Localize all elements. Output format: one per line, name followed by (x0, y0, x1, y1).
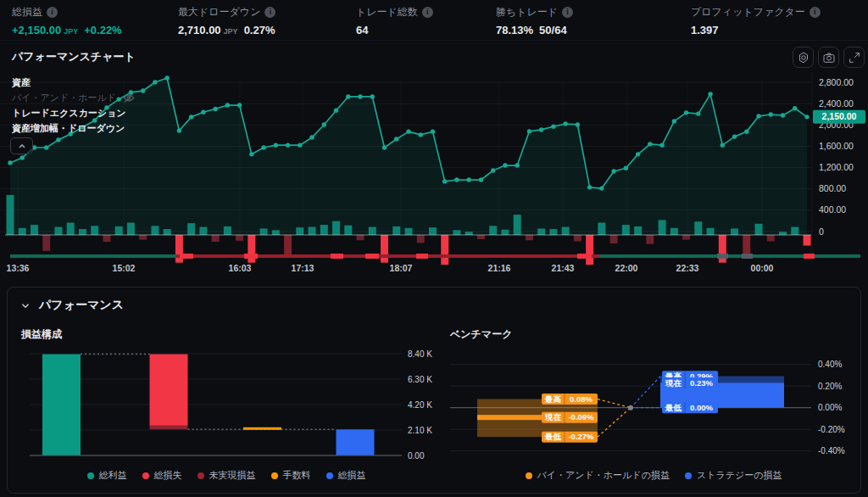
series-label: バイ・アンド・ホールド (12, 92, 116, 104)
legend-item[interactable]: ストラテジーの損益 (685, 469, 782, 482)
pnl-composition-chart[interactable]: 8.40 K6.30 K4.20 K2.10 K0.00 (21, 337, 445, 466)
info-icon[interactable]: i (422, 7, 433, 18)
info-icon[interactable]: i (562, 7, 573, 18)
legend-label: 手数料 (283, 469, 311, 482)
svg-text:21:16: 21:16 (488, 263, 511, 273)
stat-extra: 0.27% (244, 24, 275, 36)
stat-label: 勝ちトレード (496, 5, 558, 20)
legend-dot (326, 472, 333, 479)
svg-text:400.00: 400.00 (819, 204, 846, 215)
series-toggle-trade-excursion[interactable]: トレードエクスカーション (12, 105, 135, 120)
svg-text:-0.40%: -0.40% (818, 446, 845, 455)
stat-extra: +0.22% (84, 24, 121, 36)
benchmark-legend: バイ・アンド・ホールドの損益ストラテジーの損益 (450, 469, 857, 482)
legend-item[interactable]: 総利益 (87, 469, 127, 482)
stat-winning-trades: 勝ちトレードi 78.13%50/64 (496, 5, 573, 36)
svg-text:現在: 現在 (544, 412, 562, 422)
svg-text:4.20 K: 4.20 K (408, 400, 432, 410)
legend-dot (142, 472, 149, 479)
svg-text:最高: 最高 (544, 394, 562, 404)
info-icon[interactable]: i (810, 7, 821, 18)
stat-unit: JPY (64, 27, 78, 36)
legend-dot (271, 472, 278, 479)
stat-value: 1.397 (691, 24, 719, 36)
svg-text:現在: 現在 (665, 378, 682, 388)
chevron-up-icon (17, 142, 27, 151)
legend-item[interactable]: 未実現損益 (198, 469, 256, 482)
svg-text:1,600.00: 1,600.00 (819, 141, 854, 151)
svg-text:6.30 K: 6.30 K (408, 375, 432, 384)
pnl-composition-legend: 総利益総損失未実現損益手数料総損益 (21, 469, 431, 482)
snapshot-button[interactable] (818, 47, 839, 68)
benchmark-chart[interactable]: 0.40%0.20%0.00%-0.20%-0.40%最高0.08%現在-0.0… (450, 337, 868, 466)
chart-title: パフォーマンスチャート (12, 49, 136, 64)
legend-label: 総損益 (338, 469, 366, 482)
svg-text:16:03: 16:03 (229, 263, 252, 273)
strategy-tester-app: 総損益i +2,150.00JPY+0.22% 最大ドローダウンi 2,710.… (0, 0, 868, 497)
legend-item[interactable]: バイ・アンド・ホールドの損益 (526, 469, 670, 482)
svg-text:0.00%: 0.00% (690, 403, 713, 412)
stats-bar: 総損益i +2,150.00JPY+0.22% 最大ドローダウンi 2,710.… (0, 0, 868, 41)
chevron-down-icon (19, 300, 31, 311)
svg-text:2.10 K: 2.10 K (408, 426, 432, 435)
legend-item[interactable]: 総損失 (142, 469, 182, 482)
series-label: 資産増加幅・ドローダウン (12, 122, 125, 135)
settings-button[interactable] (793, 47, 814, 68)
svg-text:-0.27%: -0.27% (568, 432, 594, 441)
performance-section-header[interactable]: パフォーマンス (19, 298, 124, 313)
fullscreen-icon (848, 51, 861, 64)
info-icon[interactable]: i (264, 7, 275, 18)
svg-text:0.20%: 0.20% (818, 382, 842, 391)
svg-text:-0.09%: -0.09% (568, 412, 594, 422)
legend-dot (685, 472, 692, 479)
maximize-button[interactable] (843, 47, 865, 68)
legend-dot (198, 472, 204, 479)
stat-value: 2,710.00 (178, 24, 221, 36)
svg-text:18:07: 18:07 (390, 263, 413, 273)
svg-text:15:02: 15:02 (113, 263, 136, 273)
performance-panel: パフォーマンス 損益構成 8.40 K6.30 K4.20 K2.10 K0.0… (7, 287, 861, 494)
info-icon[interactable]: i (47, 7, 58, 18)
svg-text:0.23%: 0.23% (690, 378, 713, 388)
gear-icon (797, 51, 810, 64)
series-toggle-runup-drawdown[interactable]: 資産増加幅・ドローダウン (12, 120, 135, 136)
svg-text:00:00: 00:00 (751, 263, 774, 273)
svg-text:最低: 最低 (665, 403, 682, 412)
legend-label: 総損失 (154, 469, 182, 482)
svg-text:13:36: 13:36 (7, 263, 30, 273)
stat-max-drawdown: 最大ドローダウンi 2,710.00JPY0.27% (178, 5, 275, 36)
stat-label: トレード総数 (356, 5, 418, 20)
chart-actions (793, 47, 865, 68)
performance-chart-panel: パフォーマンスチャート 資産 バイ・アンド・ホールド トレードエクスカーション … (0, 41, 868, 287)
legend-label: バイ・アンド・ホールドの損益 (537, 469, 670, 482)
stat-value: +2,150.00 (12, 24, 61, 36)
series-toggle-equity[interactable]: 資産 (12, 75, 135, 90)
svg-text:2,150.00: 2,150.00 (822, 111, 857, 121)
svg-text:0: 0 (819, 226, 824, 237)
svg-text:0.00: 0.00 (408, 451, 425, 461)
svg-text:2,400.00: 2,400.00 (819, 98, 854, 109)
stat-label: プロフィットファクター (691, 5, 805, 20)
legend-label: ストラテジーの損益 (697, 469, 782, 482)
stat-net-profit: 総損益i +2,150.00JPY+0.22% (12, 5, 122, 36)
svg-text:21:43: 21:43 (552, 263, 575, 273)
collapse-legend-button[interactable] (10, 137, 33, 154)
svg-text:22:00: 22:00 (615, 263, 638, 273)
legend-item[interactable]: 手数料 (271, 469, 311, 482)
series-label: トレードエクスカーション (12, 107, 126, 120)
svg-text:1,200.00: 1,200.00 (819, 162, 854, 172)
series-toggle-buy-and-hold[interactable]: バイ・アンド・ホールド (12, 90, 135, 105)
stat-total-trades: トレード総数i 64 (356, 5, 433, 36)
svg-text:最低: 最低 (544, 432, 562, 441)
legend-dot (87, 472, 94, 479)
stat-profit-factor: プロフィットファクターi 1.397 (691, 5, 821, 36)
svg-text:800.00: 800.00 (819, 183, 846, 193)
stat-value: 78.13% (496, 24, 533, 36)
performance-section-title: パフォーマンス (39, 298, 124, 313)
svg-text:8.40 K: 8.40 K (408, 349, 432, 359)
svg-text:0.40%: 0.40% (818, 360, 842, 369)
camera-icon (822, 51, 836, 64)
legend-item[interactable]: 総損益 (326, 469, 366, 482)
svg-text:0.08%: 0.08% (570, 394, 593, 404)
svg-text:2,800.00: 2,800.00 (819, 77, 854, 87)
